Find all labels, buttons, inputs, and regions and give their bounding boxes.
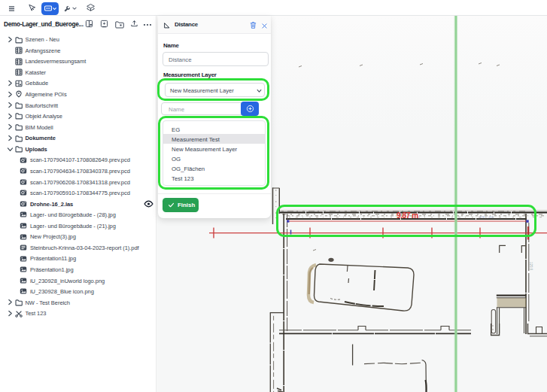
- svg-text:123.5: 123.5: [529, 262, 533, 271]
